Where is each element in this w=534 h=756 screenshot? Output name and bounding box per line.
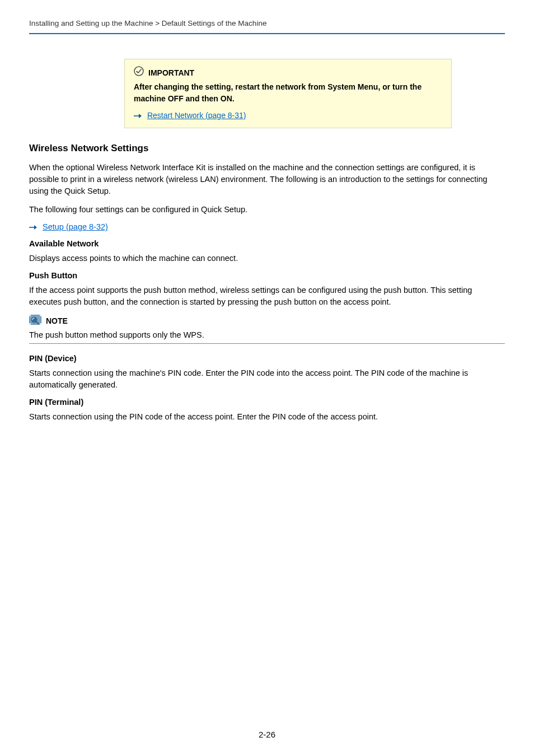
header-divider — [29, 33, 505, 34]
svg-rect-9 — [29, 323, 31, 325]
svg-point-0 — [134, 67, 143, 76]
arrow-right-icon — [134, 110, 142, 121]
text-pin-device: Starts connection using the machine's PI… — [29, 367, 505, 391]
text-pin-terminal: Starts connection using the PIN code of … — [29, 411, 505, 423]
svg-rect-10 — [40, 323, 41, 325]
note-divider — [29, 343, 505, 344]
note-text: The push button method supports only the… — [29, 329, 505, 340]
svg-marker-2 — [139, 114, 142, 118]
note-label: NOTE — [46, 316, 68, 325]
heading-pin-terminal: PIN (Terminal) — [29, 398, 505, 407]
checkmark-circle-icon — [134, 66, 144, 79]
intro-paragraph-1: When the optional Wireless Network Inter… — [29, 162, 505, 197]
section-heading-wireless: Wireless Network Settings — [29, 143, 505, 154]
setup-link[interactable]: Setup (page 8-32) — [43, 222, 108, 231]
important-label: IMPORTANT — [148, 67, 194, 78]
note-block: NOTE The push button method supports onl… — [29, 315, 505, 343]
note-icon — [29, 315, 41, 327]
heading-available-network: Available Network — [29, 239, 505, 248]
heading-pin-device: PIN (Device) — [29, 354, 505, 363]
text-push-button: If the access point supports the push bu… — [29, 284, 505, 308]
arrow-right-icon — [29, 222, 37, 231]
intro-paragraph-2: The following four settings can be confi… — [29, 204, 505, 216]
svg-marker-4 — [34, 225, 37, 230]
breadcrumb: Installing and Setting up the Machine > … — [29, 19, 505, 33]
important-text: After changing the setting, restart the … — [134, 81, 442, 104]
svg-rect-7 — [29, 315, 31, 316]
restart-network-link[interactable]: Restart Network (page 8-31) — [147, 111, 246, 120]
heading-push-button: Push Button — [29, 271, 505, 280]
svg-rect-8 — [40, 315, 41, 316]
text-available-network: Displays access points to which the mach… — [29, 253, 505, 264]
important-callout: IMPORTANT After changing the setting, re… — [124, 59, 452, 128]
page-number: 2-26 — [0, 730, 534, 739]
